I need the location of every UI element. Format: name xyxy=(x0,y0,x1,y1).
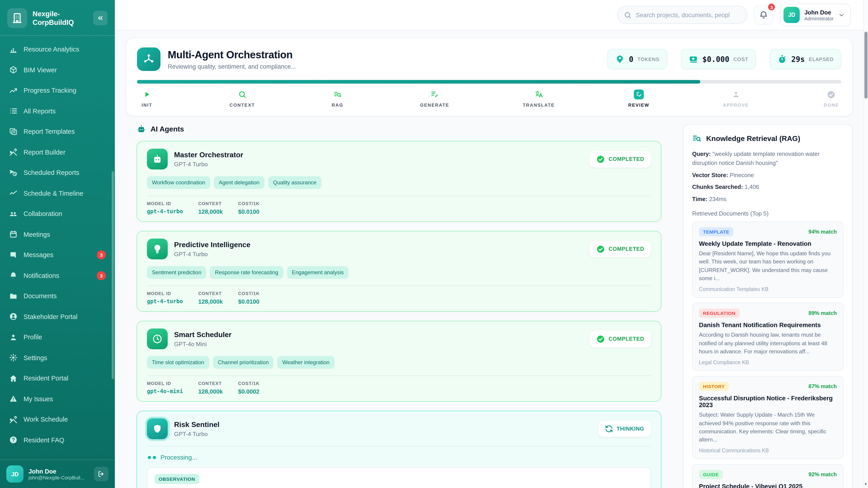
doc-source: Historical Communications KB xyxy=(699,448,837,453)
logout-button[interactable] xyxy=(94,467,108,481)
retrieved-doc-card[interactable]: REGULATION 89% match Danish Tenant Notif… xyxy=(692,303,844,371)
sidebar-item-resource-analytics[interactable]: Resource Analytics xyxy=(4,40,111,58)
user-email: john@Nexgile-CorpBuil... xyxy=(29,475,89,480)
sidebar-item-work-schedule[interactable]: Work Schedule xyxy=(4,410,111,428)
rag-time: Time: 234ms xyxy=(692,195,844,204)
sidebar-item-messages[interactable]: Messages 3 xyxy=(4,246,111,264)
list-icon xyxy=(9,107,18,115)
agent-name: Predictive Intelligence xyxy=(174,240,250,249)
doc-snippet: Dear [Resident Name], We hope this updat… xyxy=(699,250,837,283)
search-box[interactable] xyxy=(617,6,747,24)
user-icon xyxy=(9,333,18,341)
sidebar-item-schedule-timeline[interactable]: Schedule & Timeline xyxy=(4,184,111,202)
workflow-progress-fill xyxy=(137,80,701,84)
send-clock-icon xyxy=(9,168,18,177)
sidebar-item-settings[interactable]: Settings xyxy=(4,349,111,367)
translate-icon xyxy=(535,90,543,99)
sidebar-item-label: My Issues xyxy=(24,395,106,402)
doc-type-badge: GUIDE xyxy=(699,470,723,479)
elapsed-label: ELAPSED xyxy=(809,57,834,62)
sidebar-item-bim-viewer[interactable]: BIM Viewer xyxy=(4,61,111,79)
sidebar-item-resident-portal[interactable]: Resident Portal xyxy=(4,369,111,387)
sidebar-scrollbar-thumb[interactable] xyxy=(112,171,114,379)
sidebar-menu: Resource Analytics BIM Viewer Progress T… xyxy=(0,36,115,459)
stage-review: REVIEW xyxy=(628,90,649,107)
scroll-down-arrow-icon[interactable]: ▼ xyxy=(864,482,868,486)
rag-query: Query: "weekly update template renovatio… xyxy=(692,150,844,167)
sidebar-item-collaboration[interactable]: Collaboration xyxy=(4,205,111,223)
sidebar-item-label: Resident FAQ xyxy=(24,436,106,444)
agent-card-predictive-intelligence[interactable]: Predictive Intelligence GPT-4 Turbo COMP… xyxy=(136,231,661,312)
page-title: Multi-Agent Orchestration xyxy=(168,48,594,61)
page-scrollbar-thumb[interactable] xyxy=(864,32,868,98)
sidebar-item-notifications[interactable]: Notifications 3 xyxy=(4,266,111,285)
sidebar-item-label: Notifications xyxy=(24,272,91,279)
clipboard-check-icon xyxy=(634,90,644,99)
doc-snippet: According to Danish housing law, tenants… xyxy=(699,331,837,356)
banknote-icon xyxy=(688,54,698,64)
retrieved-docs-heading: Retrieved Documents (Top 5) xyxy=(692,210,844,217)
sidebar-item-meetings[interactable]: Meetings xyxy=(4,225,111,243)
shield-icon xyxy=(147,418,168,439)
search-input[interactable] xyxy=(636,11,741,18)
notifications-button[interactable]: 3 xyxy=(754,5,774,25)
status-badge: COMPLETED xyxy=(590,240,651,257)
check-circle-icon xyxy=(596,155,605,163)
page-scrollbar[interactable]: ▼ xyxy=(864,0,868,488)
building-icon xyxy=(7,8,27,28)
sidebar-item-label: Resource Analytics xyxy=(24,46,106,53)
doc-snippet: Subject: Water Supply Update - March 15t… xyxy=(699,411,837,444)
activity-icon xyxy=(9,189,18,197)
sidebar-item-label: Schedule & Timeline xyxy=(24,190,106,197)
sidebar-item-label: Scheduled Reports xyxy=(24,169,106,176)
sidebar-item-progress-tracking[interactable]: Progress Tracking xyxy=(4,81,111,99)
retrieved-doc-card[interactable]: HISTORY 87% match Successful Disruption … xyxy=(692,376,844,459)
sidebar-user-section: JD John Doe john@Nexgile-CorpBuil... xyxy=(0,459,115,488)
lightbulb-icon xyxy=(147,238,168,259)
tag: Response rate forecasting xyxy=(210,266,283,279)
check-circle-icon xyxy=(596,335,605,343)
tag: Weather integration xyxy=(277,356,335,369)
stage-generate: GENERATE xyxy=(420,90,449,107)
timer-icon xyxy=(777,54,787,64)
sidebar-item-report-templates[interactable]: Report Templates xyxy=(4,123,111,140)
divider xyxy=(147,376,651,376)
app-root: Nexgile-CorpBuildIQ Resource Analytics B… xyxy=(0,0,868,488)
agent-card-risk-sentinel[interactable]: Risk Sentinel GPT-4 Turbo THINKING Proce… xyxy=(136,411,661,488)
help-circle-icon xyxy=(9,435,18,444)
tokens-label: TOKENS xyxy=(638,57,659,62)
main-content: Multi-Agent Orchestration Reviewing qual… xyxy=(115,30,864,488)
message-icon xyxy=(9,251,18,259)
sidebar-item-documents[interactable]: Documents xyxy=(4,287,111,305)
sidebar-item-all-reports[interactable]: All Reports xyxy=(4,102,111,120)
sidebar-item-label: Collaboration xyxy=(24,210,106,217)
agent-model: GPT-4 Turbo xyxy=(174,161,243,167)
sidebar-item-scheduled-reports[interactable]: Scheduled Reports xyxy=(4,164,111,182)
doc-title: Weekly Update Template - Renovation xyxy=(699,240,837,247)
sidebar-item-report-builder[interactable]: Report Builder xyxy=(4,143,111,161)
search-icon xyxy=(624,11,631,19)
retrieved-doc-card[interactable]: GUIDE 92% match Project Schedule - Vibev… xyxy=(692,464,844,488)
user-menu[interactable]: JD John Doe Administrator xyxy=(780,4,851,26)
agent-model: GPT-4 Turbo xyxy=(174,430,219,437)
tag: Engagement analysis xyxy=(287,266,349,279)
tag: Sentiment prediction xyxy=(147,266,206,279)
sidebar-header: Nexgile-CorpBuildIQ xyxy=(0,0,115,36)
retrieved-doc-card[interactable]: TEMPLATE 94% match Weekly Update Templat… xyxy=(692,221,844,298)
agent-card-smart-scheduler[interactable]: Smart Scheduler GPT-4o Mini COMPLETED Ti… xyxy=(136,321,661,402)
sidebar-item-my-issues[interactable]: My Issues xyxy=(4,390,111,408)
gear-icon xyxy=(9,353,18,362)
sidebar-collapse-button[interactable] xyxy=(93,11,107,25)
stage-context: CONTEXT xyxy=(229,90,255,107)
sidebar-item-stakeholder-portal[interactable]: Stakeholder Portal xyxy=(4,307,111,326)
sidebar-item-profile[interactable]: Profile xyxy=(4,328,111,346)
processing-dots-icon xyxy=(148,456,156,459)
doc-type-badge: REGULATION xyxy=(699,309,739,318)
tag: Agent delegation xyxy=(214,176,265,189)
sidebar-item-label: BIM Viewer xyxy=(24,66,106,73)
rag-vector-store: Vector Store: Pinecone xyxy=(692,170,844,180)
agent-card-master-orchestrator[interactable]: Master Orchestrator GPT-4 Turbo COMPLETE… xyxy=(136,141,661,222)
observation-box: OBSERVATION Risk Assessment Complete: - … xyxy=(147,467,651,488)
sidebar-item-resident-faq[interactable]: Resident FAQ xyxy=(4,431,111,449)
list-search-icon xyxy=(692,134,702,143)
